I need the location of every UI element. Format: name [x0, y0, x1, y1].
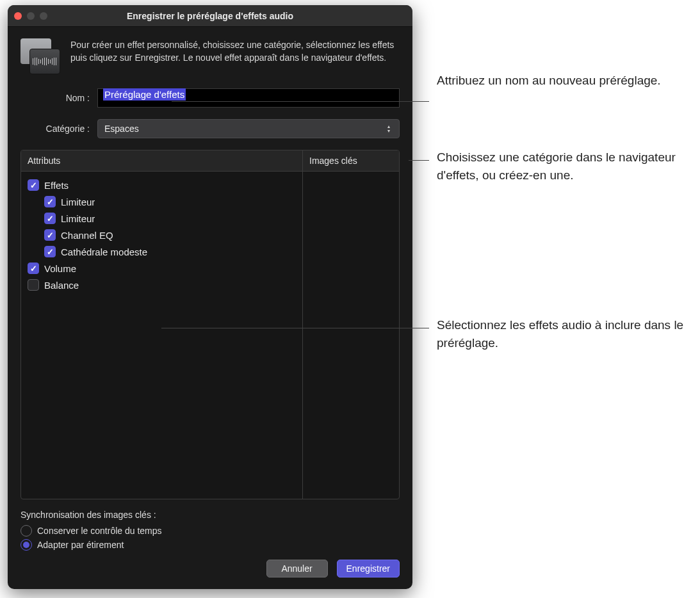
attribute-label: Effets — [44, 180, 69, 191]
attribute-row[interactable]: Volume — [25, 260, 298, 277]
window-controls — [14, 12, 47, 20]
attribute-checkbox[interactable] — [44, 196, 56, 207]
attribute-label: Balance — [44, 280, 79, 291]
callout-line — [409, 160, 429, 161]
radio-stretch-to-fit[interactable]: Adapter par étirement — [20, 538, 400, 552]
attribute-checkbox[interactable] — [44, 246, 56, 257]
minimize-window-button — [27, 12, 35, 20]
attribute-label: Volume — [44, 263, 76, 274]
dialog-buttons: Annuler Enregistrer — [20, 560, 400, 581]
category-value: Espaces — [104, 124, 139, 134]
radio-button[interactable] — [20, 525, 32, 537]
cancel-button[interactable]: Annuler — [266, 560, 328, 578]
column-keyframes: Images clés — [303, 150, 399, 171]
attributes-header: Attributs Images clés — [21, 150, 399, 172]
category-label: Catégorie : — [20, 124, 97, 134]
radio-label: Adapter par étirement — [37, 540, 124, 550]
attribute-row[interactable]: Limiteur — [25, 193, 298, 210]
attribute-checkbox[interactable] — [44, 213, 56, 224]
preset-name-value: Préréglage d'effets — [103, 88, 186, 101]
attribute-label: Channel EQ — [61, 230, 113, 241]
zoom-window-button — [40, 12, 47, 20]
attributes-table: Attributs Images clés EffetsLimiteurLimi… — [20, 150, 400, 499]
dialog-content: Pour créer un effet personnalisé, choisi… — [8, 27, 412, 589]
window-title: Enregistrer le préréglage d'effets audio — [8, 11, 412, 21]
name-row: Nom : Préréglage d'effets — [20, 88, 400, 108]
category-select[interactable]: Espaces — [97, 119, 400, 138]
save-audio-preset-dialog: Enregistrer le préréglage d'effets audio… — [8, 5, 412, 589]
callout-line — [172, 101, 429, 102]
intro-row: Pour créer un effet personnalisé, choisi… — [20, 38, 400, 74]
attribute-row[interactable]: Limiteur — [25, 210, 298, 227]
name-label: Nom : — [20, 93, 97, 103]
attribute-label: Cathédrale modeste — [61, 246, 147, 257]
radio-button[interactable] — [20, 539, 32, 551]
attribute-checkbox[interactable] — [44, 229, 56, 241]
attribute-row[interactable]: Cathédrale modeste — [25, 243, 298, 260]
attribute-row[interactable]: Effets — [25, 177, 298, 193]
save-button[interactable]: Enregistrer — [337, 560, 400, 578]
intro-text: Pour créer un effet personnalisé, choisi… — [70, 38, 400, 74]
callout-effects: Sélectionnez les effets audio à inclure … — [437, 316, 687, 352]
radio-label: Conserver le contrôle du temps — [37, 526, 162, 536]
column-attributes: Attributs — [21, 150, 303, 171]
attributes-list: EffetsLimiteurLimiteurChannel EQCathédra… — [21, 172, 303, 499]
attributes-body: EffetsLimiteurLimiteurChannel EQCathédra… — [21, 172, 399, 499]
callout-name: Attribuez un nom au nouveau préréglage. — [437, 72, 667, 90]
attribute-row[interactable]: Channel EQ — [25, 227, 298, 243]
select-arrows-icon — [384, 125, 394, 133]
callout-category: Choisissez une catégorie dans le navigat… — [437, 149, 680, 184]
keyframe-sync-title: Synchronisation des images clés : — [20, 510, 400, 520]
attribute-row[interactable]: Balance — [25, 277, 298, 293]
attribute-label: Limiteur — [61, 197, 95, 207]
radio-maintain-timing[interactable]: Conserver le contrôle du temps — [20, 524, 400, 538]
callout-line — [161, 328, 429, 328]
attribute-checkbox[interactable] — [28, 263, 39, 274]
preset-name-input[interactable]: Préréglage d'effets — [97, 88, 400, 108]
attribute-label: Limiteur — [61, 213, 95, 224]
keyframe-sync-section: Synchronisation des images clés : Conser… — [20, 510, 400, 552]
attribute-checkbox[interactable] — [28, 179, 39, 191]
close-window-button[interactable] — [14, 12, 22, 20]
audio-preset-icon — [20, 38, 60, 74]
keyframes-column — [303, 172, 399, 499]
category-row: Catégorie : Espaces — [20, 119, 400, 138]
titlebar: Enregistrer le préréglage d'effets audio — [8, 5, 412, 27]
attribute-checkbox[interactable] — [28, 279, 39, 291]
